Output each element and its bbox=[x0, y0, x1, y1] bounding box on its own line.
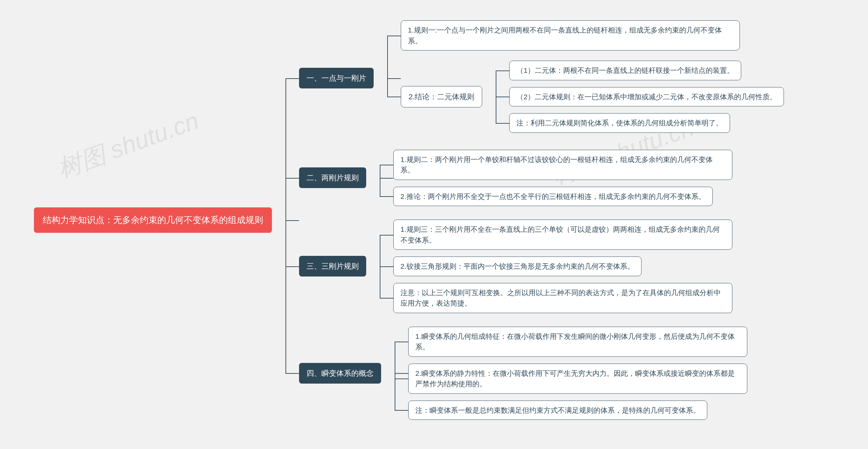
s4-r3[interactable]: 注：瞬变体系一般是总约束数满足但约束方式不满足规则的体系，是特殊的几何可变体系。 bbox=[408, 401, 707, 420]
s1-rule1[interactable]: 1.规则一:一个点与一个刚片之间用两根不在同一条直线上的链杆相连，组成无多余约束… bbox=[401, 20, 740, 50]
section-4-title[interactable]: 四、瞬变体系的概念 bbox=[299, 363, 381, 384]
section-1-children: 1.规则一:一个点与一个刚片之间用两根不在同一条直线上的链杆相连，组成无多余约束… bbox=[401, 17, 784, 140]
section-4-children: 1.瞬变体系的几何组成特征：在微小荷载作用下发生瞬间的微小刚体几何变形，然后便成… bbox=[408, 323, 747, 424]
section-1-title[interactable]: 一、一点与一刚片 bbox=[299, 68, 374, 88]
section-3-title[interactable]: 三、三刚片规则 bbox=[299, 256, 366, 277]
root-node[interactable]: 结构力学知识点：无多余约束的几何不变体系的组成规则 bbox=[34, 207, 272, 233]
section-3-children: 1.规则三：三个刚片用不全在一条直线上的三个单铰（可以是虚铰）两两相连，组成无多… bbox=[393, 216, 732, 317]
s3-r3[interactable]: 注意：以上三个规则可互相变换。之所以用以上三种不同的表达方式，是为了在具体的几何… bbox=[393, 283, 732, 313]
section-2-title[interactable]: 二、两刚片规则 bbox=[299, 167, 366, 188]
s1-conc-c[interactable]: 注：利用二元体规则简化体系，使体系的几何组成分析简单明了。 bbox=[509, 113, 730, 133]
s3-r1[interactable]: 1.规则三：三个刚片用不全在一条直线上的三个单铰（可以是虚铰）两两相连，组成无多… bbox=[393, 220, 732, 250]
s2-r1[interactable]: 1.规则二：两个刚片用一个单铰和杆轴不过该铰铰心的一根链杆相连，组成无多余约束的… bbox=[393, 150, 732, 180]
s4-r2[interactable]: 2.瞬变体系的静力特性：在微小荷载作用下可产生无穷大内力。因此，瞬变体系或接近瞬… bbox=[408, 364, 747, 394]
section-2-children: 1.规则二：两个刚片用一个单铰和杆轴不过该铰铰心的一根链杆相连，组成无多余约束的… bbox=[393, 146, 732, 210]
s1-conc-a[interactable]: （1）二元体：两根不在同一条直线上的链杆联接一个新结点的装置。 bbox=[509, 61, 741, 80]
s4-r1[interactable]: 1.瞬变体系的几何组成特征：在微小荷载作用下发生瞬间的微小刚体几何变形，然后便成… bbox=[408, 327, 747, 357]
s2-r2[interactable]: 2.推论：两个刚片用不全交于一点也不全平行的三根链杆相连，组成无多余约束的几何不… bbox=[393, 187, 713, 206]
mindmap-canvas: 结构力学知识点：无多余约束的几何不变体系的组成规则 一、一点与一刚片 1.规则一… bbox=[0, 0, 868, 447]
s1-conclusion-title[interactable]: 2.结论：二元体规则 bbox=[401, 86, 482, 107]
s1-conc-b[interactable]: （2）二元体规则：在一已知体系中增加或减少二元体，不改变原体系的几何性质。 bbox=[509, 87, 784, 107]
s1-conclusion-children: （1）二元体：两根不在同一条直线上的链杆联接一个新结点的装置。 （2）二元体规则… bbox=[509, 57, 784, 136]
root-children: 一、一点与一刚片 1.规则一:一个点与一个刚片之间用两根不在同一条直线上的链杆相… bbox=[299, 14, 784, 427]
s3-r2[interactable]: 2.铰接三角形规则：平面内一个铰接三角形是无多余约束的几何不变体系。 bbox=[393, 257, 642, 276]
